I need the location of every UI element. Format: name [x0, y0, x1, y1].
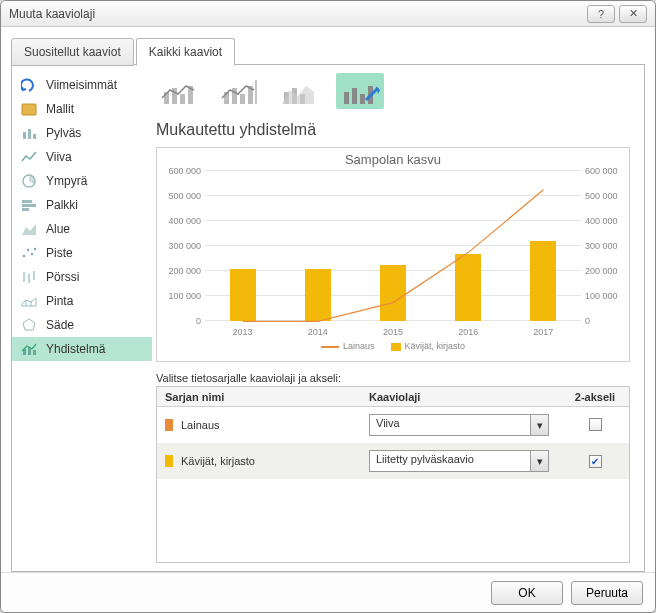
titlebar: Muuta kaaviolaji ? ✕ — [1, 1, 655, 27]
svg-rect-35 — [344, 92, 349, 104]
surface-chart-icon — [20, 293, 38, 309]
svg-rect-6 — [22, 204, 36, 207]
subtype-heading: Mukautettu yhdistelmä — [156, 121, 630, 139]
bar-chart-icon — [20, 197, 38, 213]
sidebar-item-label: Yhdistelmä — [46, 342, 105, 356]
bar-2014 — [305, 269, 331, 322]
chart-legend: Lainaus Kävijät, kirjasto — [163, 341, 623, 351]
bar-2017 — [530, 241, 556, 321]
chart-preview: Sampolan kasvu 00 100 000100 000 200 000… — [156, 147, 630, 362]
svg-rect-2 — [28, 129, 31, 139]
svg-rect-7 — [22, 208, 29, 211]
content-pane: Mukautettu yhdistelmä Sampolan kasvu 00 … — [152, 65, 644, 571]
sidebar-item-recent[interactable]: Viimeisimmät — [12, 73, 152, 97]
x-axis: 2013 2014 2015 2016 2017 — [205, 327, 581, 337]
series-color-swatch — [165, 419, 173, 431]
chevron-down-icon: ▾ — [530, 451, 548, 471]
sidebar-item-label: Pylväs — [46, 126, 81, 140]
col-header-name: Sarjan nimi — [165, 391, 369, 403]
chevron-down-icon: ▾ — [530, 415, 548, 435]
series-table-head: Sarjan nimi Kaaviolaji 2-akseli — [157, 387, 629, 407]
sidebar-item-combo[interactable]: Yhdistelmä — [12, 337, 152, 361]
tab-recommended[interactable]: Suositellut kaaviot — [11, 38, 134, 66]
sidebar-item-templates[interactable]: Mallit — [12, 97, 152, 121]
series-row-kavijat: Kävijät, kirjasto Liitetty pylväskaavio … — [157, 443, 629, 479]
sidebar-item-pie[interactable]: Ympyrä — [12, 169, 152, 193]
tab-page: Viimeisimmät Mallit Pylväs — [11, 64, 645, 572]
sidebar-item-label: Pörssi — [46, 270, 79, 284]
sidebar-item-label: Pinta — [46, 294, 73, 308]
svg-rect-28 — [240, 94, 245, 104]
svg-rect-0 — [22, 104, 36, 115]
pie-chart-icon — [20, 173, 38, 189]
legend-bar: Kävijät, kirjasto — [391, 341, 466, 351]
chart-type-select-lainaus[interactable]: Viiva ▾ — [369, 414, 549, 436]
svg-rect-27 — [232, 88, 237, 104]
tab-all-charts[interactable]: Kaikki kaaviot — [136, 38, 235, 66]
sidebar-item-label: Ympyrä — [46, 174, 87, 188]
chart-type-select-kavijat[interactable]: Liitetty pylväskaavio ▾ — [369, 450, 549, 472]
bar-series — [205, 171, 581, 321]
svg-marker-8 — [22, 224, 36, 235]
chart-category-sidebar: Viimeisimmät Mallit Pylväs — [12, 65, 152, 571]
svg-marker-18 — [23, 319, 35, 330]
combo-chart-icon — [20, 341, 38, 357]
series-section-label: Valitse tietosarjalle kaaviolaji ja akse… — [156, 372, 630, 384]
sidebar-item-stock[interactable]: Pörssi — [12, 265, 152, 289]
svg-point-12 — [34, 248, 36, 250]
tab-strip: Suositellut kaaviot Kaikki kaaviot — [11, 37, 645, 65]
chart-plot-area: 00 100 000100 000 200 000200 000 300 000… — [205, 171, 581, 321]
bar-2013 — [230, 269, 256, 322]
ok-button[interactable]: OK — [491, 581, 563, 605]
subtype-combo-3[interactable] — [276, 73, 324, 109]
bar-2015 — [380, 265, 406, 321]
window-title: Muuta kaaviolaji — [9, 7, 95, 21]
line-chart-icon — [20, 149, 38, 165]
secondary-axis-checkbox-kavijat[interactable]: ✔ — [589, 455, 602, 468]
radar-chart-icon — [20, 317, 38, 333]
subtype-combo-custom[interactable] — [336, 73, 384, 109]
recent-icon — [20, 77, 38, 93]
templates-icon — [20, 101, 38, 117]
sidebar-item-label: Viimeisimmät — [46, 78, 117, 92]
sidebar-item-area[interactable]: Alue — [12, 217, 152, 241]
sidebar-item-label: Mallit — [46, 102, 74, 116]
series-color-swatch — [165, 455, 173, 467]
legend-line: Lainaus — [321, 341, 375, 351]
svg-rect-37 — [360, 94, 365, 104]
svg-point-9 — [23, 255, 25, 257]
series-table: Sarjan nimi Kaaviolaji 2-akseli Lainaus … — [156, 386, 630, 563]
sidebar-item-label: Säde — [46, 318, 74, 332]
sidebar-item-column[interactable]: Pylväs — [12, 121, 152, 145]
series-row-lainaus: Lainaus Viiva ▾ — [157, 407, 629, 443]
svg-point-11 — [31, 253, 33, 255]
secondary-axis-checkbox-lainaus[interactable] — [589, 418, 602, 431]
svg-rect-5 — [22, 200, 32, 203]
scatter-chart-icon — [20, 245, 38, 261]
svg-point-10 — [27, 249, 29, 251]
sidebar-item-surface[interactable]: Pinta — [12, 289, 152, 313]
svg-rect-36 — [352, 88, 357, 104]
close-button[interactable]: ✕ — [619, 5, 647, 23]
svg-rect-24 — [180, 94, 185, 104]
sidebar-item-scatter[interactable]: Piste — [12, 241, 152, 265]
subtype-combo-2[interactable] — [216, 73, 264, 109]
series-name: Kävijät, kirjasto — [181, 455, 255, 467]
help-button[interactable]: ? — [587, 5, 615, 23]
sidebar-item-label: Piste — [46, 246, 73, 260]
sidebar-item-radar[interactable]: Säde — [12, 313, 152, 337]
svg-rect-1 — [23, 132, 26, 139]
sidebar-item-label: Viiva — [46, 150, 72, 164]
col-header-axis: 2-akseli — [569, 391, 621, 403]
cancel-button[interactable]: Peruuta — [571, 581, 643, 605]
svg-rect-3 — [33, 134, 36, 139]
sidebar-item-line[interactable]: Viiva — [12, 145, 152, 169]
stock-chart-icon — [20, 269, 38, 285]
svg-rect-21 — [33, 350, 36, 355]
subtype-combo-1[interactable] — [156, 73, 204, 109]
dialog-footer: OK Peruuta — [1, 572, 655, 612]
sidebar-item-bar[interactable]: Palkki — [12, 193, 152, 217]
dialog-window: Muuta kaaviolaji ? ✕ Suositellut kaaviot… — [0, 0, 656, 613]
bar-2016 — [455, 254, 481, 322]
dialog-body: Suositellut kaaviot Kaikki kaaviot Viime… — [1, 27, 655, 572]
